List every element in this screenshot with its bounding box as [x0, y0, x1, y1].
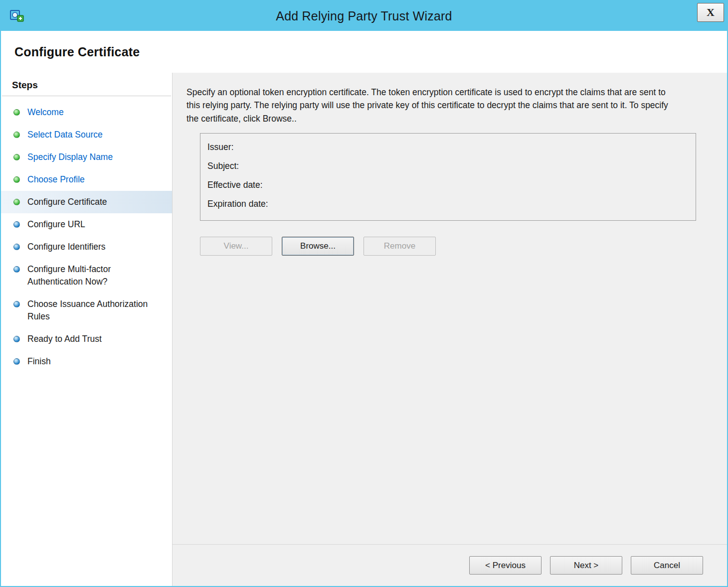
sidebar-step-welcome[interactable]: Welcome	[1, 101, 172, 124]
certificate-button-row: View... Browse... Remove	[200, 237, 712, 256]
cancel-button[interactable]: Cancel	[631, 556, 703, 575]
step-label: Finish	[27, 355, 51, 368]
sidebar-step-configure-identifiers: Configure Identifiers	[1, 236, 172, 258]
step-label: Choose Issuance Authorization Rules	[27, 298, 166, 323]
certificate-field-row: Subject:	[207, 160, 689, 172]
steps-list: WelcomeSelect Data SourceSpecify Display…	[1, 101, 172, 373]
step-label: Ready to Add Trust	[27, 333, 102, 345]
sidebar-step-configure-url: Configure URL	[1, 213, 172, 236]
window-title: Add Relying Party Trust Wizard	[276, 9, 452, 23]
view-button[interactable]: View...	[200, 237, 272, 256]
certificate-field-row: Expiration date:	[207, 198, 689, 210]
step-label: Configure Identifiers	[27, 241, 106, 253]
step-label: Configure Certificate	[27, 196, 107, 208]
steps-sidebar: Steps WelcomeSelect Data SourceSpecify D…	[1, 73, 173, 586]
step-status-icon	[13, 199, 20, 205]
step-status-icon	[13, 358, 20, 365]
certificate-details-box: Issuer:Subject:Effective date:Expiration…	[200, 133, 696, 221]
wizard-window: Add Relying Party Trust Wizard X Configu…	[0, 0, 728, 587]
remove-button[interactable]: Remove	[364, 237, 436, 256]
certificate-field-label: Subject:	[207, 160, 239, 172]
previous-button[interactable]: < Previous	[469, 556, 542, 575]
step-label: Choose Profile	[27, 173, 85, 186]
adfs-wizard-icon	[9, 8, 25, 24]
footer-bar: < Previous Next > Cancel	[173, 544, 727, 586]
step-label: Select Data Source	[27, 129, 103, 141]
sidebar-step-select-data-source[interactable]: Select Data Source	[1, 124, 172, 146]
description-text: Specify an optional token encryption cer…	[186, 86, 678, 125]
page-header: Configure Certificate	[1, 31, 727, 73]
step-status-icon	[13, 266, 20, 273]
sidebar-step-configure-certificate: Configure Certificate	[1, 191, 172, 213]
next-button[interactable]: Next >	[550, 556, 622, 575]
step-status-icon	[13, 336, 20, 342]
close-button[interactable]: X	[697, 3, 724, 22]
step-label: Configure URL	[27, 218, 85, 231]
browse-button[interactable]: Browse...	[282, 237, 354, 256]
sidebar-step-finish: Finish	[1, 350, 172, 373]
steps-heading: Steps	[2, 80, 171, 96]
certificate-field-row: Issuer:	[207, 142, 689, 153]
step-status-icon	[13, 176, 20, 183]
step-status-icon	[13, 244, 20, 250]
step-label: Specify Display Name	[27, 151, 113, 163]
certificate-field-label: Issuer:	[207, 142, 234, 153]
certificate-field-row: Effective date:	[207, 179, 689, 191]
content-column: Specify an optional token encryption cer…	[173, 73, 727, 586]
sidebar-step-choose-issuance-authorization-rules: Choose Issuance Authorization Rules	[1, 293, 172, 328]
step-label: Welcome	[27, 106, 64, 119]
sidebar-step-ready-to-add-trust: Ready to Add Trust	[1, 328, 172, 350]
step-status-icon	[13, 132, 20, 138]
step-status-icon	[13, 154, 20, 160]
step-status-icon	[13, 109, 20, 116]
page-title: Configure Certificate	[14, 45, 140, 59]
wizard-body: Steps WelcomeSelect Data SourceSpecify D…	[1, 73, 727, 586]
sidebar-step-choose-profile[interactable]: Choose Profile	[1, 168, 172, 191]
certificate-field-label: Expiration date:	[207, 198, 268, 210]
sidebar-step-configure-multi-factor-authentication-now: Configure Multi-factor Authentication No…	[1, 258, 172, 293]
sidebar-step-specify-display-name[interactable]: Specify Display Name	[1, 146, 172, 168]
step-status-icon	[13, 301, 20, 307]
certificate-field-label: Effective date:	[207, 179, 263, 191]
titlebar: Add Relying Party Trust Wizard X	[1, 1, 727, 31]
main-content: Specify an optional token encryption cer…	[173, 73, 727, 544]
step-status-icon	[13, 221, 20, 228]
step-label: Configure Multi-factor Authentication No…	[27, 263, 166, 288]
